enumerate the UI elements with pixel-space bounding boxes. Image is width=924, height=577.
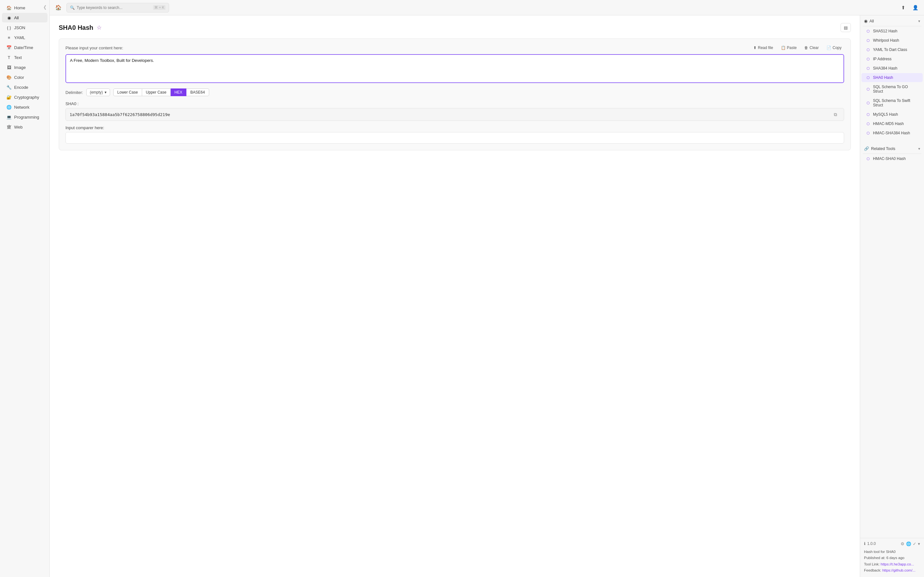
sidebar-icon-datetime: 📅 bbox=[6, 45, 11, 50]
format-btn-lower[interactable]: Lower Case bbox=[113, 89, 142, 96]
sidebar-item-programming[interactable]: 💻 Programming bbox=[2, 112, 47, 122]
sidebar-icon-image: 🖼 bbox=[6, 65, 11, 70]
version-icon: ℹ bbox=[864, 542, 866, 546]
sidebar-collapse-button[interactable]: 《 bbox=[41, 5, 46, 11]
version-tool-link-row: Tool Link: https://t.he3app.co... bbox=[864, 561, 920, 568]
version-published: Published at: 6 days ago bbox=[864, 555, 920, 561]
user-button[interactable]: 👤 bbox=[911, 3, 920, 13]
sidebar-label-image: Image bbox=[14, 65, 26, 70]
sidebar-icon-yaml: ≡ bbox=[6, 35, 11, 40]
panel-icon-sql-go: ⬡ bbox=[866, 87, 871, 91]
search-icon: 🔍 bbox=[70, 5, 75, 10]
panel-toggle-button[interactable]: ▤ bbox=[841, 23, 851, 32]
favorite-button[interactable]: ☆ bbox=[97, 24, 102, 31]
panel-icon-sha512: ⬡ bbox=[866, 29, 871, 33]
globe-icon[interactable]: 🌐 bbox=[906, 542, 911, 546]
panel-related-items: ⬡ HMAC-SHA0 Hash bbox=[860, 154, 924, 163]
format-btn-hex[interactable]: HEX bbox=[171, 89, 187, 96]
sidebar-item-encode[interactable]: 🔧 Encode bbox=[2, 82, 47, 92]
input-section-header: Please input your content here: ⬆ Read f… bbox=[65, 45, 844, 51]
format-btn-base64[interactable]: BASE64 bbox=[186, 89, 209, 96]
tool-link[interactable]: https://t.he3app.co... bbox=[881, 562, 914, 566]
plugin-icon[interactable]: ⚙ bbox=[901, 542, 905, 546]
output-copy-button[interactable]: ⧉ bbox=[831, 110, 840, 119]
panel-icon-hmac-sha384: ⬡ bbox=[866, 131, 871, 135]
panel-icon-sha0: ⬡ bbox=[866, 75, 871, 80]
sidebar-item-home[interactable]: 🏠 Home bbox=[2, 3, 47, 13]
format-buttons: Lower CaseUpper CaseHEXBASE64 bbox=[113, 89, 209, 96]
sidebar-item-text[interactable]: T Text bbox=[2, 53, 47, 62]
panel-item-ip[interactable]: ⬡ IP Address bbox=[861, 55, 923, 63]
output-value: 1a70f54b93a15884aa5b7f6226758806d95d219e bbox=[69, 112, 831, 117]
all-section-chevron: ▾ bbox=[918, 19, 920, 23]
all-section-title: All bbox=[869, 19, 874, 23]
search-bar[interactable]: 🔍 ⌘ + K bbox=[66, 3, 169, 13]
sidebar-label-all: All bbox=[14, 15, 19, 20]
sidebar-icon-cryptography: 🔐 bbox=[6, 95, 11, 100]
search-input[interactable] bbox=[77, 5, 151, 10]
sidebar-item-all[interactable]: ◉ All bbox=[2, 13, 47, 23]
panel-label-sql-swift: SQL Schema To Swift Struct bbox=[873, 98, 918, 107]
page-header: SHA0 Hash ☆ ▤ bbox=[59, 23, 851, 32]
sidebar-item-image[interactable]: 🖼 Image bbox=[2, 63, 47, 72]
panel-item-yaml-dart[interactable]: ⬡ YAML To Dart Class bbox=[861, 45, 923, 54]
chevron-down-icon: ▾ bbox=[105, 90, 107, 95]
sidebar-item-web[interactable]: 🕸 Web bbox=[2, 122, 47, 132]
sidebar-label-programming: Programming bbox=[14, 115, 39, 119]
home-button[interactable]: 🏠 bbox=[53, 3, 63, 13]
paste-button[interactable]: 📋 Paste bbox=[779, 45, 800, 51]
panel-item-sha512[interactable]: ⬡ SHA512 Hash bbox=[861, 27, 923, 35]
comparer-input[interactable] bbox=[65, 132, 844, 143]
sidebar-item-cryptography[interactable]: 🔐 Cryptography bbox=[2, 92, 47, 102]
sidebar-item-json[interactable]: { } JSON bbox=[2, 23, 47, 32]
panel-label-sha512: SHA512 Hash bbox=[873, 29, 897, 33]
sidebar-label-encode: Encode bbox=[14, 85, 28, 90]
version-number: 1.0.0 bbox=[867, 542, 876, 546]
sidebar-item-color[interactable]: 🎨 Color bbox=[2, 73, 47, 82]
format-btn-upper[interactable]: Upper Case bbox=[142, 89, 171, 96]
read-file-button[interactable]: ⬆ Read file bbox=[751, 45, 775, 51]
panel-item-mysql5[interactable]: ⬡ MySQL5 Hash bbox=[861, 110, 923, 119]
panel-label-sha0: SHA0 Hash bbox=[873, 75, 893, 80]
all-section-header[interactable]: ◉ All ▾ bbox=[860, 15, 924, 26]
panel-label-hmac-md5: HMAC-MD5 Hash bbox=[873, 121, 904, 126]
panel-label-mysql5: MySQL5 Hash bbox=[873, 112, 898, 117]
sidebar-item-yaml[interactable]: ≡ YAML bbox=[2, 33, 47, 42]
panel-item-sql-swift[interactable]: ⬡ SQL Schema To Swift Struct bbox=[861, 96, 923, 110]
panel-icon-ip: ⬡ bbox=[866, 57, 871, 61]
panel-label-whirlpool: Whirlpool Hash bbox=[873, 38, 899, 43]
panel-item-sha384[interactable]: ⬡ SHA384 Hash bbox=[861, 64, 923, 73]
feedback-link[interactable]: https://github.com/... bbox=[882, 568, 916, 572]
tool-section: Please input your content here: ⬆ Read f… bbox=[59, 39, 851, 150]
panel-item-sql-go[interactable]: ⬡ SQL Schema To GO Struct bbox=[861, 82, 923, 96]
check-icon[interactable]: ✓ bbox=[913, 542, 916, 546]
panel-item-hmac-md5[interactable]: ⬡ HMAC-MD5 Hash bbox=[861, 119, 923, 128]
panel-icon-whirlpool: ⬡ bbox=[866, 38, 871, 43]
panel-related-label-hmac-sha0: HMAC-SHA0 Hash bbox=[873, 156, 906, 161]
panel-label-hmac-sha384: HMAC-SHA384 Hash bbox=[873, 131, 910, 135]
panel-related-item-hmac-sha0[interactable]: ⬡ HMAC-SHA0 Hash bbox=[861, 154, 923, 163]
content-area: SHA0 Hash ☆ ▤ Please input your content … bbox=[50, 15, 924, 577]
panel-item-sha0[interactable]: ⬡ SHA0 Hash bbox=[861, 73, 923, 82]
share-button[interactable]: ⬆ bbox=[898, 3, 908, 13]
sidebar-label-cryptography: Cryptography bbox=[14, 95, 39, 100]
sidebar-icon-all: ◉ bbox=[6, 15, 11, 20]
page-title: SHA0 Hash bbox=[59, 24, 94, 31]
panel-item-hmac-sha384[interactable]: ⬡ HMAC-SHA384 Hash bbox=[861, 129, 923, 137]
sidebar-item-network[interactable]: 🌐 Network bbox=[2, 102, 47, 112]
related-section-header[interactable]: 🔗 Related Tools ▾ bbox=[860, 143, 924, 153]
copy-icon: 📄 bbox=[827, 45, 831, 50]
sidebar-label-home: Home bbox=[14, 5, 25, 10]
sidebar-icon-text: T bbox=[6, 55, 11, 60]
chevron-down-icon-version[interactable]: ▾ bbox=[918, 542, 920, 546]
delimiter-select[interactable]: (empty) ▾ bbox=[86, 89, 110, 96]
sidebar-label-yaml: YAML bbox=[14, 35, 25, 40]
sidebar-icon-encode: 🔧 bbox=[6, 85, 11, 90]
clear-icon: 🗑 bbox=[804, 45, 808, 50]
copy-button[interactable]: 📄 Copy bbox=[824, 45, 844, 51]
panel-item-whirlpool[interactable]: ⬡ Whirlpool Hash bbox=[861, 36, 923, 45]
related-section-chevron: ▾ bbox=[918, 147, 920, 151]
content-input[interactable]: A Free, Modern Toolbox, Built for Develo… bbox=[65, 54, 844, 83]
sidebar-item-datetime[interactable]: 📅 Date/Time bbox=[2, 43, 47, 52]
clear-button[interactable]: 🗑 Clear bbox=[802, 45, 821, 51]
